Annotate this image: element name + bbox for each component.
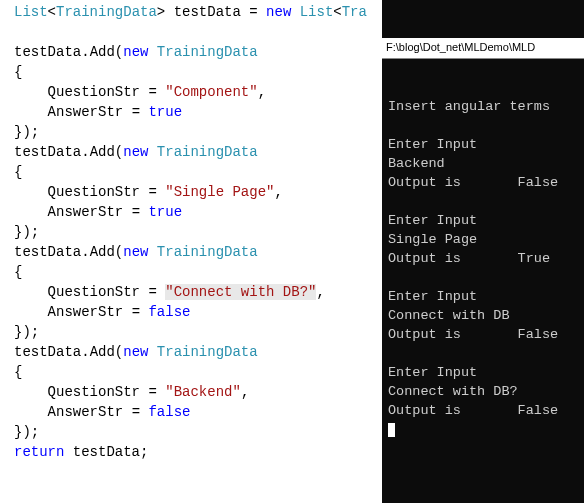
code-line[interactable]: });	[14, 122, 382, 142]
terminal-line	[388, 192, 578, 211]
code-token: TrainingData	[157, 244, 258, 260]
code-token: =	[249, 4, 266, 20]
code-token: ,	[274, 184, 282, 200]
code-token: false	[148, 304, 190, 320]
terminal-cursor	[388, 420, 578, 439]
terminal-line: Connect with DB?	[388, 382, 578, 401]
code-token: TrainingData	[157, 144, 258, 160]
code-token: "Component"	[165, 84, 257, 100]
code-token: .	[81, 244, 89, 260]
code-token: ,	[241, 384, 249, 400]
code-token: "Single Page"	[165, 184, 274, 200]
code-token: AnswerStr	[48, 104, 132, 120]
code-line[interactable]: testData.Add(new TrainingData	[14, 342, 382, 362]
code-token: Add	[90, 144, 115, 160]
terminal-output: Insert angular terms Enter InputBackendO…	[388, 97, 578, 439]
code-token: true	[148, 204, 182, 220]
code-token: =	[132, 204, 149, 220]
code-token: =	[132, 404, 149, 420]
code-line[interactable]: {	[14, 62, 382, 82]
code-line[interactable]: QuestionStr = "Connect with DB?",	[14, 282, 382, 302]
code-line[interactable]: });	[14, 422, 382, 442]
code-token: (	[115, 244, 123, 260]
code-token: testData	[14, 44, 81, 60]
code-token: testData	[73, 444, 140, 460]
code-token: ,	[258, 84, 266, 100]
terminal-line	[388, 116, 578, 135]
code-token: (	[115, 144, 123, 160]
code-token: =	[148, 184, 165, 200]
code-line[interactable]: return testData;	[14, 442, 382, 462]
terminal-line: Enter Input	[388, 363, 578, 382]
code-token: AnswerStr	[48, 304, 132, 320]
code-line[interactable]: List<TrainingData> testData = new List<T…	[14, 2, 382, 22]
code-line[interactable]: });	[14, 222, 382, 242]
code-token: new	[123, 344, 157, 360]
terminal-line: Insert angular terms	[388, 97, 578, 116]
code-token: TrainingData	[157, 44, 258, 60]
terminal-line: Connect with DB	[388, 306, 578, 325]
code-token: =	[132, 104, 149, 120]
code-token: TrainingData	[157, 344, 258, 360]
code-line[interactable]	[14, 22, 382, 42]
code-token: testData	[14, 144, 81, 160]
code-token: (	[115, 44, 123, 60]
terminal-line: Output is False	[388, 325, 578, 344]
code-token: =	[148, 284, 165, 300]
code-token: QuestionStr	[48, 184, 149, 200]
code-line[interactable]: testData.Add(new TrainingData	[14, 42, 382, 62]
code-token: new	[123, 244, 157, 260]
code-line[interactable]: });	[14, 322, 382, 342]
terminal-line	[388, 344, 578, 363]
code-line[interactable]: testData.Add(new TrainingData	[14, 242, 382, 262]
code-token: QuestionStr	[48, 384, 149, 400]
terminal-line: Output is False	[388, 401, 578, 420]
code-token: });	[14, 224, 39, 240]
code-token: (	[115, 344, 123, 360]
code-token: =	[132, 304, 149, 320]
code-token: ,	[316, 284, 324, 300]
code-token: new	[266, 4, 300, 20]
code-line[interactable]: {	[14, 162, 382, 182]
code-token: List	[300, 4, 334, 20]
code-line[interactable]: AnswerStr = false	[14, 402, 382, 422]
code-token: });	[14, 124, 39, 140]
code-line[interactable]: AnswerStr = false	[14, 302, 382, 322]
terminal-line: Enter Input	[388, 211, 578, 230]
terminal-line: Output is False	[388, 173, 578, 192]
code-token: TrainingData	[56, 4, 157, 20]
code-token: });	[14, 324, 39, 340]
code-token: "Backend"	[165, 384, 241, 400]
code-token: return	[14, 444, 73, 460]
code-line[interactable]: testData.Add(new TrainingData	[14, 142, 382, 162]
code-token: false	[148, 404, 190, 420]
terminal-line: Backend	[388, 154, 578, 173]
code-line[interactable]: {	[14, 262, 382, 282]
code-line[interactable]: QuestionStr = "Backend",	[14, 382, 382, 402]
code-line[interactable]: {	[14, 362, 382, 382]
code-line[interactable]: AnswerStr = true	[14, 102, 382, 122]
code-token: AnswerStr	[48, 204, 132, 220]
code-line[interactable]: QuestionStr = "Component",	[14, 82, 382, 102]
code-token: AnswerStr	[48, 404, 132, 420]
terminal-line: Enter Input	[388, 287, 578, 306]
code-token: Add	[90, 244, 115, 260]
code-token: .	[81, 44, 89, 60]
code-token: new	[123, 44, 157, 60]
code-token: ;	[140, 444, 148, 460]
code-token: =	[148, 384, 165, 400]
code-token: {	[14, 264, 22, 280]
code-token: Add	[90, 44, 115, 60]
code-editor[interactable]: List<TrainingData> testData = new List<T…	[0, 0, 382, 503]
code-token: <	[48, 4, 56, 20]
code-token: Tra	[342, 4, 367, 20]
code-token: {	[14, 64, 22, 80]
terminal-line: Single Page	[388, 230, 578, 249]
code-line[interactable]: AnswerStr = true	[14, 202, 382, 222]
terminal-panel[interactable]: F:\blog\Dot_net\MLDemo\MLD Insert angula…	[382, 0, 584, 503]
code-token: >	[157, 4, 174, 20]
terminal-line	[388, 268, 578, 287]
code-line[interactable]: QuestionStr = "Single Page",	[14, 182, 382, 202]
code-token: =	[148, 84, 165, 100]
code-token: "Connect with DB?"	[165, 284, 316, 300]
